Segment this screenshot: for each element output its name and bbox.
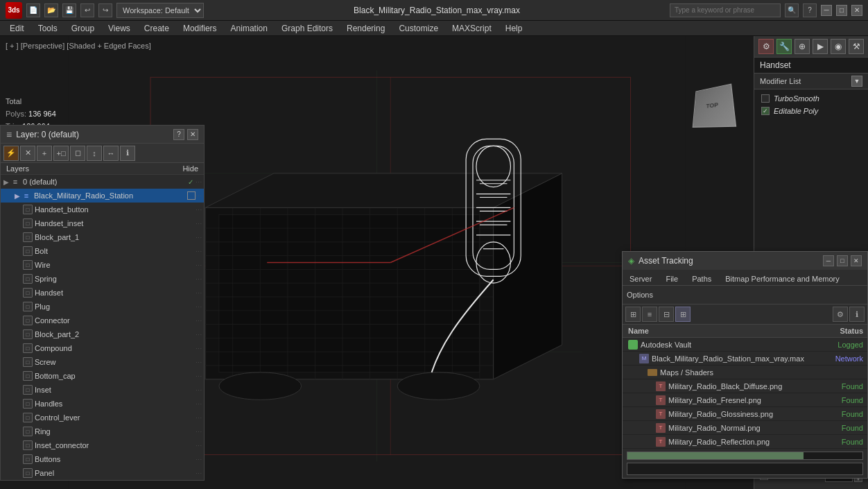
list-item[interactable]: ▶ ≡ Black_Military_Radio_Station ···: [1, 189, 204, 203]
at-btn-1[interactable]: ⊞: [625, 307, 641, 322]
new-btn[interactable]: 📄: [26, 3, 40, 17]
layers-help-btn[interactable]: ?: [173, 129, 184, 140]
layer-visibility-check[interactable]: ✓: [186, 177, 196, 187]
list-item[interactable]: ▶ ≡ 0 (default) ✓ ···: [1, 175, 204, 189]
open-btn[interactable]: 📂: [44, 3, 58, 17]
menu-customize[interactable]: Customize: [392, 21, 445, 36]
help-icon-btn[interactable]: ?: [803, 3, 817, 17]
asset-close-btn[interactable]: ✕: [851, 255, 862, 266]
lt-expand-btn[interactable]: ↕: [87, 146, 102, 161]
list-item[interactable]: □ Panel ···: [1, 466, 204, 480]
modify-icon[interactable]: 🔧: [776, 39, 792, 54]
layer-box-toggle[interactable]: [187, 191, 196, 200]
modifier-editable-poly[interactable]: ✓ Editable Poly: [757, 105, 865, 117]
menu-graph-editors[interactable]: Graph Editors: [275, 21, 340, 36]
list-item[interactable]: M Black_Military_Radio_Station_max_vray.…: [623, 352, 867, 366]
menu-tools[interactable]: Tools: [31, 21, 64, 36]
menu-create[interactable]: Create: [137, 21, 176, 36]
menu-edit[interactable]: Edit: [3, 21, 31, 36]
layers-header[interactable]: ≡ Layer: 0 (default) ? ✕: [1, 126, 204, 144]
list-item[interactable]: □ Handset_button ···: [1, 203, 204, 216]
workspace-selector[interactable]: Workspace: Default: [116, 3, 204, 18]
minimize-btn[interactable]: ─: [821, 5, 832, 16]
undo-btn[interactable]: ↩: [80, 3, 94, 17]
list-item[interactable]: □ Block_part_1 ···: [1, 230, 204, 244]
list-item[interactable]: T Military_Radio_Glossiness.png Found: [623, 407, 867, 421]
lt-delete-btn[interactable]: ✕: [20, 146, 35, 161]
list-item[interactable]: □ Wire ···: [1, 258, 204, 272]
layers-close-btn[interactable]: ✕: [187, 129, 198, 140]
display-icon[interactable]: ◉: [831, 39, 846, 54]
list-item[interactable]: T Military_Radio_Normal.png Found: [623, 421, 867, 435]
navigation-cube[interactable]: TOP: [684, 78, 740, 133]
list-item[interactable]: □ Connector ···: [1, 314, 204, 327]
asset-rows-container: Autodesk Vault Logged M Black_Military_R…: [623, 338, 867, 449]
list-item[interactable]: □ Compound ···: [1, 341, 204, 355]
list-item[interactable]: □ Control_lever ···: [1, 411, 204, 424]
list-item[interactable]: □ Plug ···: [1, 300, 204, 314]
hierarchy-icon[interactable]: ⊕: [795, 39, 810, 54]
modifier-list-dropdown[interactable]: ▼: [851, 76, 862, 87]
layer-dots: ···: [196, 359, 202, 366]
close-btn[interactable]: ✕: [851, 5, 862, 16]
create-icon[interactable]: ⚙: [758, 39, 774, 54]
lt-addsel-btn[interactable]: +□: [53, 146, 69, 161]
at-settings-btn[interactable]: ⚙: [833, 307, 848, 322]
at-info-btn[interactable]: ℹ: [849, 307, 865, 322]
motion-icon[interactable]: ▶: [813, 39, 828, 54]
list-item[interactable]: □ Buttons ···: [1, 452, 204, 466]
asset-menu-bitmap[interactable]: Bitmap Performance and Memory: [718, 270, 846, 285]
menu-animation[interactable]: Animation: [224, 21, 275, 36]
list-item[interactable]: Maps / Shaders: [623, 366, 867, 379]
menu-modifiers[interactable]: Modifiers: [176, 21, 224, 36]
menu-rendering[interactable]: Rendering: [340, 21, 392, 36]
list-item[interactable]: T Military_Radio_Black_Diffuse.png Found: [623, 379, 867, 393]
at-btn-4[interactable]: ⊞: [675, 307, 691, 322]
list-item[interactable]: □ Bottom_cap ···: [1, 369, 204, 383]
menu-group[interactable]: Group: [64, 21, 101, 36]
asset-menu-paths[interactable]: Paths: [685, 270, 718, 285]
utilities-icon[interactable]: ⚒: [849, 39, 864, 54]
save-btn[interactable]: 💾: [62, 3, 76, 17]
list-item[interactable]: □ Handles ···: [1, 397, 204, 411]
menu-views[interactable]: Views: [101, 21, 137, 36]
menu-maxscript[interactable]: MAXScript: [445, 21, 498, 36]
list-item[interactable]: □ Ring ···: [1, 424, 204, 438]
lt-selobj-btn[interactable]: ◻: [70, 146, 85, 161]
asset-path-input[interactable]: [627, 463, 863, 475]
modifier-turbosmooth[interactable]: TurboSmooth: [757, 92, 865, 105]
asset-minimize-btn[interactable]: ─: [823, 255, 834, 266]
asset-menu-server[interactable]: Server: [623, 270, 659, 285]
list-item[interactable]: □ Handset_inset ···: [1, 216, 204, 230]
search-btn[interactable]: 🔍: [785, 3, 799, 17]
list-item[interactable]: □ Screw ···: [1, 355, 204, 369]
editable-poly-checkbox[interactable]: ✓: [761, 107, 770, 115]
menu-help[interactable]: Help: [498, 21, 530, 36]
asset-title-bar[interactable]: ◈ Asset Tracking ─ □ ✕: [623, 252, 867, 270]
list-item[interactable]: □ Inset ···: [1, 383, 204, 397]
layer-dots: ···: [196, 234, 202, 241]
obj-icon: □: [23, 274, 33, 284]
lt-props-btn[interactable]: ℹ: [120, 146, 135, 161]
asset-cell-status: Found: [819, 410, 867, 418]
list-item[interactable]: Autodesk Vault Logged: [623, 338, 867, 352]
asset-maximize-btn[interactable]: □: [837, 255, 848, 266]
lt-collapse-btn[interactable]: ↔: [103, 146, 119, 161]
lt-add-btn[interactable]: +: [37, 146, 52, 161]
list-item[interactable]: □ Inset_connector ···: [1, 438, 204, 452]
list-item[interactable]: □ Bolt ···: [1, 244, 204, 258]
at-btn-2[interactable]: ≡: [642, 307, 657, 322]
list-item[interactable]: □ Spring ···: [1, 272, 204, 286]
lt-current-btn[interactable]: ⚡: [3, 146, 19, 161]
asset-menu-file[interactable]: File: [659, 270, 685, 285]
title-search-input[interactable]: [670, 3, 781, 17]
list-item[interactable]: T Military_Radio_Reflection.png Found: [623, 435, 867, 449]
turbosmooth-checkbox[interactable]: [761, 94, 770, 103]
list-item[interactable]: □ Handset ···: [1, 286, 204, 300]
list-item[interactable]: □ Block_part_2 ···: [1, 327, 204, 341]
asset-menu-options[interactable]: Options: [627, 289, 660, 300]
at-btn-3[interactable]: ⊟: [659, 307, 674, 322]
redo-btn[interactable]: ↪: [98, 3, 112, 17]
list-item[interactable]: T Military_Radio_Fresnel.png Found: [623, 393, 867, 407]
maximize-btn[interactable]: □: [836, 5, 847, 16]
